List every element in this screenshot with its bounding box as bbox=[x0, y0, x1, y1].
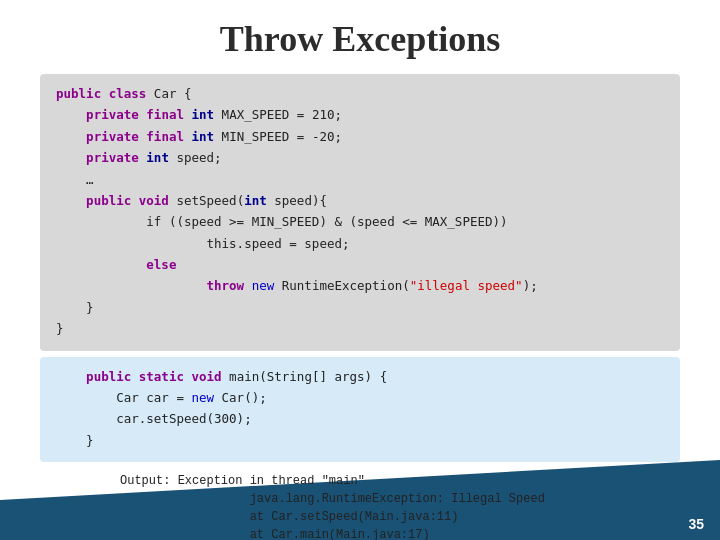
code-block-2: public static void main(String[] args) {… bbox=[40, 357, 680, 463]
output-line-4: at Car.main(Main.java:17) bbox=[250, 528, 430, 540]
code-line: if ((speed >= MIN_SPEED) & (speed <= MAX… bbox=[56, 214, 508, 229]
code-line: } bbox=[56, 300, 94, 315]
output-line-1: Exception in thread "main" bbox=[178, 474, 365, 488]
code-line: Car car = new Car(); bbox=[56, 390, 267, 405]
content-area: public class Car { private final int MAX… bbox=[0, 74, 720, 540]
output-area: Output: Exception in thread "main" java.… bbox=[40, 468, 680, 540]
code-line: public void setSpeed(int speed){ bbox=[56, 193, 327, 208]
code-line: private final int MIN_SPEED = -20; bbox=[56, 129, 342, 144]
code-line: private final int MAX_SPEED = 210; bbox=[56, 107, 342, 122]
output-spacer3 bbox=[120, 528, 250, 540]
output-spacer2 bbox=[120, 510, 250, 524]
slide-title: Throw Exceptions bbox=[0, 0, 720, 74]
code-line: public class Car { bbox=[56, 86, 191, 101]
code-line: else bbox=[56, 257, 176, 272]
code-block-1: public class Car { private final int MAX… bbox=[40, 74, 680, 351]
slide: Throw Exceptions public class Car { priv… bbox=[0, 0, 720, 540]
page-number: 35 bbox=[688, 516, 704, 532]
code-line: public static void main(String[] args) { bbox=[56, 369, 387, 384]
output-line-2: java.lang.RuntimeException: Illegal Spee… bbox=[250, 492, 545, 506]
output-spacer bbox=[120, 492, 250, 506]
code-line: … bbox=[56, 172, 94, 187]
output-label: Output: bbox=[120, 474, 170, 488]
code-line: } bbox=[56, 433, 94, 448]
code-line: throw new RuntimeException("illegal spee… bbox=[56, 278, 538, 293]
code-line: this.speed = speed; bbox=[56, 236, 350, 251]
output-line-3: at Car.setSpeed(Main.java:11) bbox=[250, 510, 459, 524]
code-line: } bbox=[56, 321, 64, 336]
code-line: private int speed; bbox=[56, 150, 222, 165]
code-line: car.setSpeed(300); bbox=[56, 411, 252, 426]
